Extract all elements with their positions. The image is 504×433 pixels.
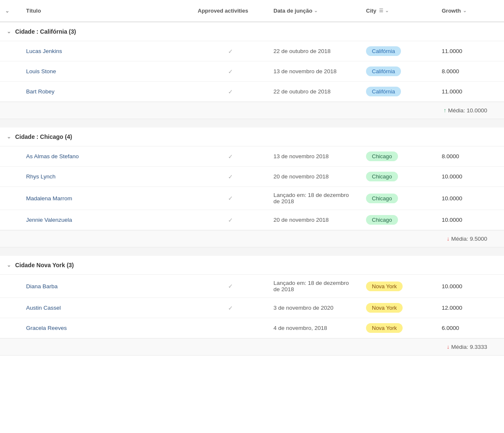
row-name-cell[interactable]: Lucas Jenkins xyxy=(21,41,193,61)
row-name-cell[interactable]: Jennie Valenzuela xyxy=(21,210,193,230)
table-row: Bart Robey ✓ 22 de outubro de 2018 Calif… xyxy=(0,82,504,102)
city-header[interactable]: City ☰ ⌄ xyxy=(361,4,437,17)
row-city-cell: Chicago xyxy=(361,210,437,230)
table-row: Austin Cassel ✓ 3 de novembro de 2020 No… xyxy=(0,298,504,318)
row-growth-cell: 6.0000 xyxy=(437,318,504,338)
row-approved-cell: ✓ xyxy=(193,210,268,230)
row-growth-cell: 10.0000 xyxy=(437,167,504,186)
group-header-chicago[interactable]: ⌄ Cidade : Chicago (4) xyxy=(0,128,504,146)
row-city-cell: Nova York xyxy=(361,318,437,338)
checkmark-icon: ✓ xyxy=(228,88,233,95)
row-date-cell: 22 de outubro de 2018 xyxy=(268,41,361,61)
row-date-cell: 22 de outubro de 2018 xyxy=(268,82,361,101)
row-expand-cell xyxy=(0,275,21,298)
trend-up-icon: ↑ xyxy=(443,107,446,114)
city-badge[interactable]: Chicago xyxy=(366,215,398,225)
group-section-chicago: ⌄ Cidade : Chicago (4) As Almas de Stefa… xyxy=(0,128,504,247)
row-approved-cell: ✓ xyxy=(193,61,268,81)
city-badge[interactable]: Califórnia xyxy=(366,87,401,96)
row-city-cell: Califórnia xyxy=(361,61,437,81)
row-expand-cell xyxy=(0,318,21,338)
group-header-nova-york[interactable]: ⌄ Cidade Nova York (3) xyxy=(0,256,504,275)
trend-down-icon: ↓ xyxy=(447,236,450,242)
table-row: Rhys Lynch ✓ 20 de novembro 2018 Chicago… xyxy=(0,167,504,187)
row-expand-cell xyxy=(0,210,21,230)
row-growth-cell: 10.0000 xyxy=(437,275,504,298)
group-title: Cidade Nova York (3) xyxy=(15,262,74,268)
row-expand-cell xyxy=(0,41,21,61)
checkmark-icon: ✓ xyxy=(228,217,233,223)
row-approved-cell: ✓ xyxy=(193,41,268,61)
row-growth-cell: 10.0000 xyxy=(437,210,504,230)
city-badge[interactable]: Nova York xyxy=(366,323,403,333)
row-name-cell[interactable]: Rhys Lynch xyxy=(21,167,193,186)
table-row: Gracela Reeves 4 de novembro, 2018 Nova … xyxy=(0,318,504,338)
approved-header[interactable]: Approved activities xyxy=(193,4,268,17)
row-date-cell: 4 de novembro, 2018 xyxy=(268,318,361,338)
group-title: Cidade : Califórnia (3) xyxy=(15,28,76,35)
row-approved-cell: ✓ xyxy=(193,82,268,101)
group-title: Cidade : Chicago (4) xyxy=(15,133,72,140)
city-badge[interactable]: Chicago xyxy=(366,151,398,161)
city-badge[interactable]: Chicago xyxy=(366,194,398,203)
row-approved-cell: ✓ xyxy=(193,146,268,166)
row-growth-cell: 12.0000 xyxy=(437,298,504,318)
expand-all-header[interactable]: ⌄ xyxy=(0,4,21,17)
row-city-cell: Chicago xyxy=(361,187,437,210)
row-date-cell: 20 de novembro 2018 xyxy=(268,167,361,186)
city-badge[interactable]: Califórnia xyxy=(366,66,401,76)
table-row: Lucas Jenkins ✓ 22 de outubro de 2018 Ca… xyxy=(0,41,504,61)
checkmark-icon: ✓ xyxy=(228,153,233,160)
groups-container: ⌄ Cidade : Califórnia (3) Lucas Jenkins … xyxy=(0,22,504,356)
row-expand-cell xyxy=(0,61,21,81)
trend-down-icon: ↓ xyxy=(447,344,450,350)
summary-value: Média: 9.5000 xyxy=(451,236,487,242)
row-name-cell[interactable]: Louis Stone xyxy=(21,61,193,81)
row-expand-cell xyxy=(0,298,21,318)
checkmark-icon: ✓ xyxy=(228,48,233,55)
table-row: Diana Barba ✓ Lançado em: 18 de dezembro… xyxy=(0,275,504,298)
group-section-california: ⌄ Cidade : Califórnia (3) Lucas Jenkins … xyxy=(0,22,504,119)
row-approved-cell xyxy=(193,318,268,338)
row-name-cell[interactable]: Gracela Reeves xyxy=(21,318,193,338)
row-name-cell[interactable]: As Almas de Stefano xyxy=(21,146,193,166)
row-expand-cell xyxy=(0,187,21,210)
checkmark-icon: ✓ xyxy=(228,68,233,75)
row-name-cell[interactable]: Bart Robey xyxy=(21,82,193,101)
row-name-cell[interactable]: Madalena Marrom xyxy=(21,187,193,210)
row-name-cell[interactable]: Diana Barba xyxy=(21,275,193,298)
table-row: As Almas de Stefano ✓ 13 de novembro 201… xyxy=(0,146,504,167)
group-summary-nova-york: ↓Média: 9.3333 xyxy=(0,338,504,355)
row-growth-cell: 11.0000 xyxy=(437,82,504,101)
checkmark-icon: ✓ xyxy=(228,173,233,180)
checkmark-icon: ✓ xyxy=(228,305,233,311)
row-approved-cell: ✓ xyxy=(193,298,268,318)
row-name-cell[interactable]: Austin Cassel xyxy=(21,298,193,318)
city-badge[interactable]: Califórnia xyxy=(366,46,401,56)
row-approved-cell: ✓ xyxy=(193,167,268,186)
chevron-icon: ⌄ xyxy=(7,29,11,35)
row-date-cell: 13 de novembro de 2018 xyxy=(268,61,361,81)
titulo-header[interactable]: Título xyxy=(21,4,193,17)
row-expand-cell xyxy=(0,82,21,101)
city-badge[interactable]: Nova York xyxy=(366,282,403,291)
group-summary-california: ↑Média: 10.0000 xyxy=(0,102,504,119)
group-section-nova-york: ⌄ Cidade Nova York (3) Diana Barba ✓ Lan… xyxy=(0,256,504,356)
group-header-california[interactable]: ⌄ Cidade : Califórnia (3) xyxy=(0,22,504,41)
table-header: ⌄ Título Approved activities Data de jun… xyxy=(0,0,504,22)
city-badge[interactable]: Chicago xyxy=(366,172,398,181)
checkmark-icon: ✓ xyxy=(228,283,233,290)
row-growth-cell: 8.0000 xyxy=(437,146,504,166)
table-row: Madalena Marrom ✓ Lançado em: 18 de deze… xyxy=(0,187,504,210)
row-date-cell: Lançado em: 18 de dezembro de 2018 xyxy=(268,275,361,298)
row-date-cell: 20 de novembro 2018 xyxy=(268,210,361,230)
chevron-icon: ⌄ xyxy=(7,262,11,268)
table-row: Louis Stone ✓ 13 de novembro de 2018 Cal… xyxy=(0,61,504,82)
data-header[interactable]: Data de junção ⌄ xyxy=(268,4,361,17)
chevron-icon: ⌄ xyxy=(7,134,11,140)
row-date-cell: 13 de novembro 2018 xyxy=(268,146,361,166)
city-badge[interactable]: Nova York xyxy=(366,303,403,313)
growth-sort-icon: ⌄ xyxy=(463,8,467,13)
growth-header[interactable]: Growth ⌄ xyxy=(437,4,504,17)
row-approved-cell: ✓ xyxy=(193,275,268,298)
